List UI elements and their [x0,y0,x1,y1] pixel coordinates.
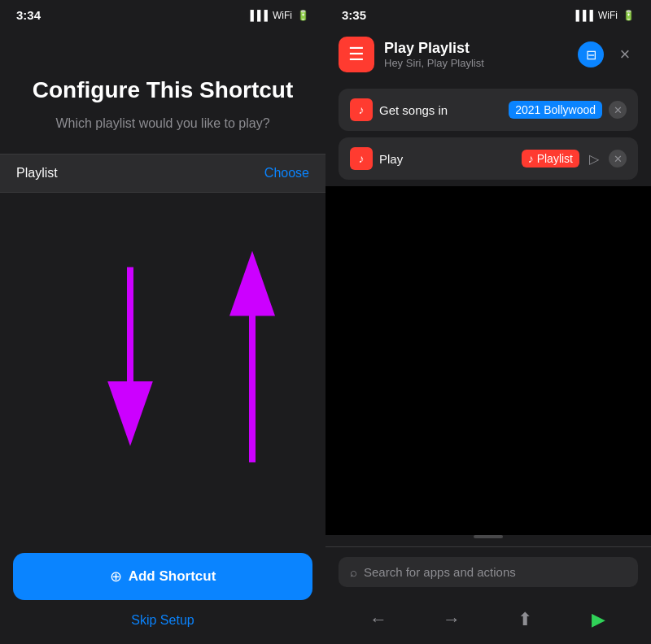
arrows-svg [0,193,326,553]
left-status-bar: 3:34 ▐▐▐ WiFi 🔋 [0,0,326,28]
playlist-icon: ♪ [528,152,534,165]
shortcut-title: Play Playlist [384,40,568,57]
close-button[interactable]: × [612,41,638,67]
search-icon: ⌕ [350,565,357,579]
add-shortcut-label: Add Shortcut [129,568,216,585]
wifi-icon: WiFi [273,10,292,21]
nav-share-button[interactable]: ⬆ [507,605,543,634]
playlist-row: Playlist Choose [0,154,326,193]
signal-icon: ▐▐▐ [247,10,268,21]
configure-subtitle: Which playlist would you like to play? [55,116,269,131]
skip-setup-button[interactable]: Skip Setup [131,613,194,628]
action2-dismiss[interactable]: ✕ [609,150,627,168]
right-status-icons: ▐▐▐ WiFi 🔋 [572,10,635,21]
bottom-search-area: ⌕ Search for apps and actions [326,546,651,597]
right-wifi-icon: WiFi [598,10,618,21]
action2-pill[interactable]: ♪ Playlist [522,150,579,168]
sliders-icon: ⊟ [586,47,596,63]
action1-pill[interactable]: 2021 Bollywood [509,101,602,119]
choose-button[interactable]: Choose [264,166,309,181]
bottom-nav: ← → ⬆ ▶ [326,597,651,644]
header-text: Play Playlist Hey Siri, Play Playlist [384,40,568,69]
left-status-icons: ▐▐▐ WiFi 🔋 [247,10,309,21]
actions-container: ♪ Get songs in 2021 Bollywood ✕ ♪ Play ♪… [326,82,651,186]
settings-button[interactable]: ⊟ [578,41,604,67]
action-play: ♪ Play ♪ Playlist ▷ ✕ [339,137,638,180]
drag-indicator [474,535,503,538]
right-signal-icon: ▐▐▐ [572,10,593,21]
left-panel: 3:34 ▐▐▐ WiFi 🔋 Configure This Shortcut … [0,0,326,644]
music-icon-1: ♪ [350,98,373,121]
app-icon: ☰ [339,37,374,72]
bottom-area: ⊕ Add Shortcut Skip Setup [0,553,326,644]
music-icon-2: ♪ [350,147,373,170]
battery-icon: 🔋 [297,10,309,21]
nav-forward-button[interactable]: → [434,605,470,634]
playlist-label: Playlist [16,166,58,181]
action-get-songs: ♪ Get songs in 2021 Bollywood ✕ [339,89,638,131]
right-status-bar: 3:35 ▐▐▐ WiFi 🔋 [326,0,651,28]
right-spacer [326,186,651,535]
action2-prefix: Play [379,152,515,166]
search-bar[interactable]: ⌕ Search for apps and actions [339,557,638,587]
search-placeholder-text: Search for apps and actions [364,565,516,579]
add-icon: ⊕ [110,568,122,585]
right-battery-icon: 🔋 [623,10,635,21]
arrow-container [0,193,326,553]
action1-dismiss[interactable]: ✕ [609,101,627,119]
nav-back-button[interactable]: ← [360,605,396,634]
right-time: 3:35 [342,8,366,22]
configure-title: Configure This Shortcut [8,77,317,103]
add-shortcut-button[interactable]: ⊕ Add Shortcut [13,553,312,600]
nav-play-button[interactable]: ▶ [580,605,616,634]
shortcut-subtitle: Hey Siri, Play Playlist [384,57,568,69]
shortcut-header: ☰ Play Playlist Hey Siri, Play Playlist … [326,28,651,82]
left-time: 3:34 [16,8,41,22]
action1-prefix: Get songs in [379,103,502,117]
header-actions: ⊟ × [578,41,638,67]
right-panel: 3:35 ▐▐▐ WiFi 🔋 ☰ Play Playlist Hey Siri… [326,0,651,644]
left-content: Configure This Shortcut Which playlist w… [0,28,326,553]
chevron-circle-icon: ▷ [589,151,599,167]
app-icon-symbol: ☰ [348,44,365,65]
